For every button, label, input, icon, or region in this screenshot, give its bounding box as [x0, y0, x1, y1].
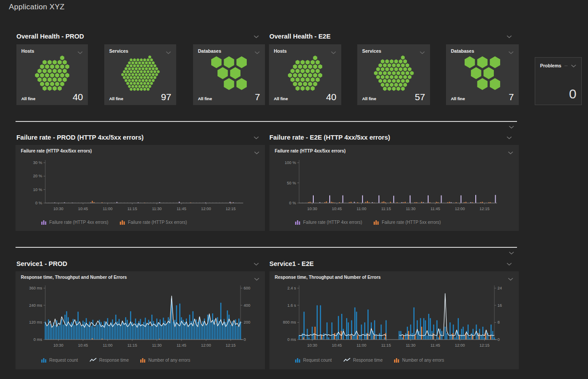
- hexagon[interactable]: [387, 63, 391, 67]
- hexagon[interactable]: [394, 59, 398, 63]
- hexagon[interactable]: [142, 67, 144, 70]
- hexagon[interactable]: [396, 63, 400, 67]
- hexagon[interactable]: [136, 70, 139, 73]
- hexagon[interactable]: [43, 60, 47, 65]
- hexagon[interactable]: [308, 73, 312, 78]
- hexagon[interactable]: [211, 56, 221, 68]
- health-tile-services[interactable]: ServicesAll fine97: [104, 44, 176, 105]
- hexagon[interactable]: [136, 76, 139, 79]
- legend-item[interactable]: Request count: [41, 357, 78, 363]
- hexagon[interactable]: [296, 60, 300, 65]
- legend-item[interactable]: Request count: [295, 357, 332, 363]
- hexagon[interactable]: [378, 71, 382, 75]
- hexagon[interactable]: [313, 64, 317, 69]
- hexagon[interactable]: [155, 67, 158, 70]
- hexagon[interactable]: [140, 64, 142, 67]
- hexagon[interactable]: [40, 82, 44, 86]
- hexagon[interactable]: [133, 87, 136, 90]
- hexagon[interactable]: [288, 73, 292, 78]
- hexagon[interactable]: [142, 85, 144, 88]
- hexagon[interactable]: [136, 64, 139, 67]
- hexagon[interactable]: [145, 61, 147, 64]
- hexagon[interactable]: [58, 68, 62, 73]
- hexagon[interactable]: [217, 67, 228, 79]
- hexagon[interactable]: [237, 78, 247, 90]
- legend-item[interactable]: Failure rate (HTTP 5xx errors): [374, 219, 441, 225]
- hexagon[interactable]: [308, 82, 312, 86]
- hexagon[interactable]: [148, 61, 151, 64]
- hexagon[interactable]: [136, 82, 139, 85]
- hexagon[interactable]: [121, 73, 124, 76]
- hexagon[interactable]: [477, 78, 487, 90]
- hexagon[interactable]: [306, 68, 310, 73]
- hexagon[interactable]: [380, 74, 384, 79]
- hexagon[interactable]: [124, 78, 127, 82]
- hexagon[interactable]: [130, 64, 132, 67]
- hexagon[interactable]: [58, 86, 62, 90]
- hexagon[interactable]: [128, 78, 130, 82]
- hexagon[interactable]: [142, 61, 144, 64]
- hexagon[interactable]: [146, 58, 149, 61]
- hexagon[interactable]: [60, 64, 64, 69]
- hexagon[interactable]: [396, 78, 400, 83]
- hexagon[interactable]: [148, 85, 151, 88]
- hexagon[interactable]: [138, 85, 141, 88]
- hexagon[interactable]: [126, 82, 129, 85]
- hexagon[interactable]: [390, 82, 393, 87]
- hexagon[interactable]: [43, 77, 47, 82]
- hexagon[interactable]: [134, 61, 137, 64]
- hexagon[interactable]: [143, 70, 146, 73]
- hexagon[interactable]: [126, 76, 129, 79]
- chevron-down-icon[interactable]: [509, 123, 514, 131]
- hexagon[interactable]: [293, 73, 297, 78]
- hexagon[interactable]: [390, 74, 393, 79]
- hexagon[interactable]: [306, 77, 310, 82]
- chevron-down-icon[interactable]: [254, 275, 260, 283]
- hexagon[interactable]: [145, 78, 147, 82]
- hexagon[interactable]: [148, 55, 151, 59]
- legend-item[interactable]: Response time: [343, 358, 383, 363]
- hexagon[interactable]: [55, 73, 59, 78]
- hexagon[interactable]: [136, 87, 139, 90]
- service1-prod-chart-tile[interactable]: Response time, Throughput and Number of …: [16, 271, 265, 369]
- hexagon[interactable]: [300, 68, 304, 73]
- hexagon[interactable]: [380, 82, 384, 87]
- hexagon[interactable]: [124, 73, 127, 76]
- chevron-down-icon[interactable]: [253, 32, 259, 40]
- hexagon[interactable]: [140, 70, 142, 73]
- hexagon[interactable]: [387, 71, 391, 75]
- hexagon[interactable]: [136, 58, 139, 61]
- hexagon[interactable]: [130, 87, 132, 90]
- hexagon[interactable]: [43, 68, 47, 73]
- hexagon[interactable]: [383, 86, 387, 91]
- hexagon[interactable]: [291, 68, 295, 73]
- hexagon[interactable]: [150, 64, 153, 67]
- hexagon[interactable]: [131, 61, 134, 64]
- hexagon[interactable]: [131, 78, 134, 82]
- hexagon[interactable]: [313, 73, 317, 78]
- hexagon[interactable]: [300, 86, 304, 90]
- hexagon[interactable]: [396, 86, 400, 91]
- hexagon[interactable]: [123, 70, 126, 73]
- hexagon[interactable]: [150, 70, 153, 73]
- hexagon[interactable]: [399, 82, 402, 87]
- hexagon[interactable]: [146, 87, 149, 90]
- hexagon[interactable]: [146, 82, 149, 85]
- hexagon[interactable]: [63, 68, 67, 73]
- hexagon[interactable]: [38, 68, 42, 73]
- hexagon[interactable]: [306, 60, 310, 65]
- hexagon[interactable]: [392, 63, 395, 67]
- hexagon[interactable]: [133, 58, 136, 61]
- hexagon[interactable]: [150, 58, 153, 61]
- hexagon[interactable]: [45, 73, 49, 78]
- hexagon[interactable]: [128, 61, 130, 64]
- health-tile-hosts[interactable]: HostsAll fine40: [16, 44, 88, 105]
- hexagon[interactable]: [407, 67, 411, 71]
- hexagon[interactable]: [465, 56, 475, 68]
- hexagon[interactable]: [58, 60, 62, 65]
- legend-item[interactable]: Failure rate (HTTP 5xx errors): [120, 219, 187, 225]
- hexagon[interactable]: [385, 74, 389, 79]
- hexagon[interactable]: [399, 67, 402, 71]
- hexagon[interactable]: [47, 86, 51, 90]
- health-tile-databases[interactable]: DatabasesAll fine7: [193, 44, 265, 105]
